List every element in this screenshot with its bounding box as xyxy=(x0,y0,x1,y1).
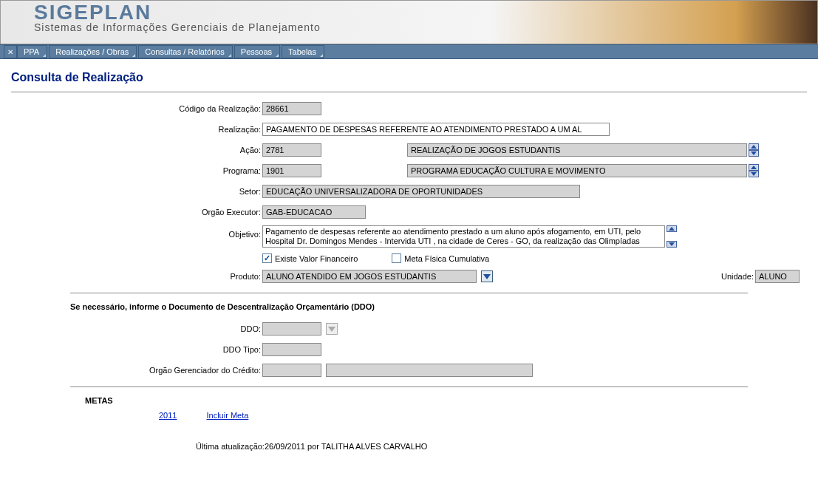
checkbox-meta-cumulativa[interactable] xyxy=(392,253,401,263)
ddo-field[interactable] xyxy=(262,322,321,336)
lookup-ddo-icon[interactable] xyxy=(326,323,338,335)
cb-valor-label: Existe Valor Financeiro xyxy=(275,254,358,263)
spin-down-icon[interactable] xyxy=(749,171,759,177)
dropdown-marker-icon xyxy=(276,54,279,57)
orgao-exec-label: Orgão Executor: xyxy=(70,208,262,217)
spin-down-icon[interactable] xyxy=(749,150,759,157)
menu-item-pessoas[interactable]: Pessoas xyxy=(234,45,280,58)
menu-item-consultas[interactable]: Consultas / Relatórios xyxy=(138,45,233,58)
programa-label: Programa: xyxy=(70,166,262,175)
unidade-field[interactable]: ALUNO xyxy=(755,270,800,283)
menu-label: Tabelas xyxy=(288,47,316,56)
codigo-label: Código da Realização: xyxy=(70,104,262,113)
ddo-note: Se necessário, informe o Documento de De… xyxy=(70,302,807,311)
svg-marker-0 xyxy=(751,145,757,149)
svg-marker-1 xyxy=(751,151,757,155)
realizacao-field[interactable]: PAGAMENTO DE DESPESAS REFERENTE AO ATEND… xyxy=(262,123,610,136)
divider xyxy=(70,293,748,293)
produto-field[interactable]: ALUNO ATENDIDO EM JOGOS ESTUDANTIS xyxy=(262,270,477,283)
objetivo-label: Objetivo: xyxy=(70,225,262,239)
lookup-produto-icon[interactable] xyxy=(481,270,493,282)
spin-up-icon[interactable] xyxy=(749,143,759,150)
cb-meta-label: Meta Física Cumulativa xyxy=(404,254,489,263)
objetivo-field[interactable]: Pagamento de despesas referente ao atend… xyxy=(262,225,665,248)
acao-label: Ação: xyxy=(70,146,262,154)
logo-subtitle: Sistemas de Informações Gerenciais de Pl… xyxy=(34,21,817,33)
menu-label: PPA xyxy=(24,47,39,56)
ddo-tipo-label: DDO Tipo: xyxy=(70,345,262,354)
svg-marker-2 xyxy=(751,166,757,169)
spin-down-icon[interactable] xyxy=(667,241,677,248)
dropdown-marker-icon xyxy=(320,54,323,57)
setor-label: Setor: xyxy=(70,187,262,196)
close-icon[interactable]: ✕ xyxy=(4,45,17,58)
page-title: Consulta de Realização xyxy=(11,71,807,84)
divider xyxy=(70,386,748,387)
svg-marker-3 xyxy=(751,172,757,176)
checkbox-valor-financeiro[interactable] xyxy=(262,253,272,263)
programa-desc-field[interactable]: PROGRAMA EDUCAÇÃO CULTURA E MOVIMENTO xyxy=(407,164,747,177)
menu-item-tabelas[interactable]: Tabelas xyxy=(282,45,324,58)
svg-marker-7 xyxy=(328,327,335,332)
codigo-field[interactable]: 28661 xyxy=(262,102,321,115)
incluir-meta-link[interactable]: Incluir Meta xyxy=(206,411,248,420)
produto-label: Produto: xyxy=(70,272,262,281)
metas-title: METAS xyxy=(85,396,807,405)
orgao-cred-code-field[interactable] xyxy=(262,364,321,377)
dropdown-marker-icon xyxy=(228,54,231,57)
update-value: 26/09/2011 por TALITHA ALVES CARVALHO xyxy=(265,442,427,451)
acao-spinner xyxy=(749,143,759,157)
svg-marker-5 xyxy=(669,242,675,246)
divider xyxy=(11,92,807,92)
orgao-exec-field[interactable]: GAB-EDUCACAO xyxy=(262,205,366,219)
orgao-cred-desc-field[interactable] xyxy=(326,364,533,377)
menu-label: Consultas / Relatórios xyxy=(145,47,225,56)
spin-up-icon[interactable] xyxy=(749,164,759,171)
metas-year-link[interactable]: 2011 xyxy=(159,411,177,420)
update-label: Última atualização: xyxy=(196,442,265,451)
svg-marker-4 xyxy=(669,227,675,231)
ddo-tipo-field[interactable] xyxy=(262,343,321,356)
programa-code-field[interactable]: 1901 xyxy=(262,164,321,177)
setor-field[interactable]: EDUCAÇÃO UNIVERSALIZADORA DE OPORTUNIDAD… xyxy=(262,185,580,198)
svg-marker-6 xyxy=(483,274,491,279)
menu-item-ppa[interactable]: PPA xyxy=(17,45,47,58)
dropdown-marker-icon xyxy=(43,54,46,57)
realizacao-label: Realização: xyxy=(70,125,262,134)
programa-spinner xyxy=(749,164,759,177)
menu-bar: ✕ PPA Realizações / Obras Consultas / Re… xyxy=(0,44,818,59)
objetivo-spinner xyxy=(667,225,677,248)
spin-up-icon[interactable] xyxy=(667,225,677,232)
unidade-label: Unidade: xyxy=(721,272,754,281)
acao-code-field[interactable]: 2781 xyxy=(262,143,321,157)
app-header: SIGEPLAN Sistemas de Informações Gerenci… xyxy=(0,0,818,44)
ddo-label: DDO: xyxy=(70,324,262,333)
logo-text: SIGEPLAN xyxy=(34,2,817,23)
acao-desc-field[interactable]: REALIZAÇÃO DE JOGOS ESTUDANTIS xyxy=(407,143,747,157)
menu-label: Pessoas xyxy=(241,47,272,56)
last-update: Última atualização:26/09/2011 por TALITH… xyxy=(196,442,807,451)
menu-item-realizacoes[interactable]: Realizações / Obras xyxy=(49,45,137,58)
orgao-cred-label: Orgão Gerenciador do Crédito: xyxy=(70,366,262,375)
menu-label: Realizações / Obras xyxy=(55,47,129,56)
dropdown-marker-icon xyxy=(132,54,135,57)
